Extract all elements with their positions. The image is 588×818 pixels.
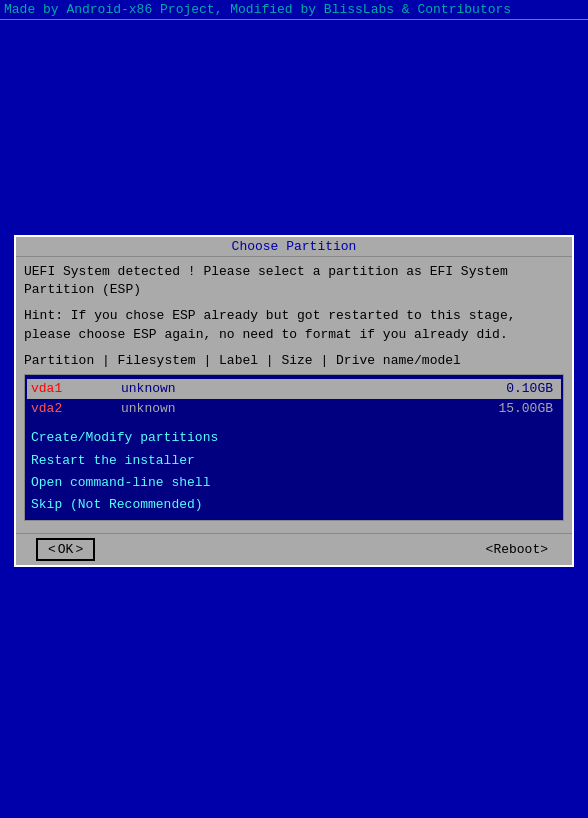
column-header: Partition | Filesystem | Label | Size | … [24,352,564,370]
partition-row[interactable]: vda2 unknown 15.00GB [27,399,561,419]
top-bar-text: Made by Android-x86 Project, Modified by… [4,2,511,17]
partition-name-vda1: vda1 [31,380,121,398]
reboot-button[interactable]: <Reboot> [482,540,552,559]
partition-size-vda1: 0.10GB [241,380,557,398]
ok-arrow-left: < [48,542,56,557]
ok-button[interactable]: < OK > [36,538,95,561]
ok-arrow-right: > [75,542,83,557]
partition-fs-vda1: unknown [121,380,241,398]
dialog-footer: < OK > <Reboot> [16,533,572,565]
ok-label: OK [58,542,74,557]
dialog-body: UEFI System detected ! Please select a p… [16,257,572,533]
header-text: UEFI System detected ! Please select a p… [24,263,564,299]
action-create-modify[interactable]: Create/Modify partitions [27,427,561,449]
hint-text: Hint: If you chose ESP already but got r… [24,307,564,343]
dialog: Choose Partition UEFI System detected ! … [14,235,574,567]
partition-row[interactable]: vda1 unknown 0.10GB [27,379,561,399]
top-bar: Made by Android-x86 Project, Modified by… [0,0,588,20]
action-skip[interactable]: Skip (Not Recommended) [27,494,561,516]
partition-name-vda2: vda2 [31,400,121,418]
partition-list: vda1 unknown 0.10GB vda2 unknown 15.00GB… [24,374,564,521]
action-restart-installer[interactable]: Restart the installer [27,450,561,472]
action-open-shell[interactable]: Open command-line shell [27,472,561,494]
dialog-title: Choose Partition [16,237,572,257]
partition-size-vda2: 15.00GB [241,400,557,418]
partition-fs-vda2: unknown [121,400,241,418]
